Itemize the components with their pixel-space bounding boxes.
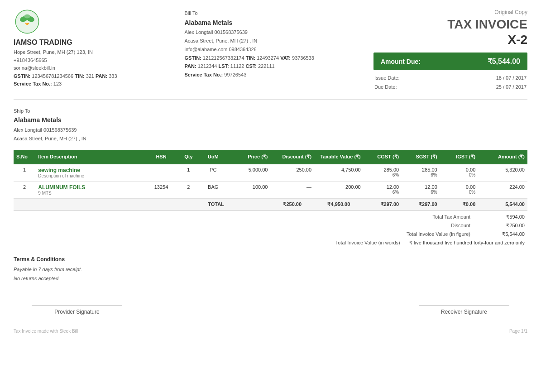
bill-to-pan: PAN: 1212344 LST: 11122 CST: 222111 [185, 62, 339, 71]
svg-point-3 [24, 14, 30, 19]
company-logo [14, 9, 41, 34]
total-amount: 5,544.00 [478, 198, 527, 210]
terms-line1: Payable in 7 days from receipt. [14, 265, 527, 274]
total-igst: ₹0.00 [440, 198, 479, 210]
bill-to-title: Bill To [185, 9, 339, 18]
footer-right: Page 1/1 [509, 329, 527, 334]
issue-date-value: 18 / 07 / 2017 [496, 74, 527, 83]
company-address: Hope Street, Pune, MH (27) 123, IN +9184… [14, 48, 149, 88]
item-desc: Description of machine [38, 173, 142, 178]
ship-to-title: Ship To [14, 107, 527, 115]
summary-words-row: Total Invoice Value (in words) ₹ five th… [14, 239, 527, 247]
footer: Tax Invoice made with Sleek Bill Page 1/… [14, 329, 527, 334]
receiver-signature-line [419, 306, 509, 306]
total-taxable: ₹4,950.00 [314, 198, 364, 210]
dates-section: Issue Date: Due Date: 18 / 07 / 2017 25 … [373, 74, 527, 92]
table-row: 2 ALUMINUM FOILS 9 MTS 13254 2 BAG 100.0… [14, 181, 527, 198]
summary-words-label: Total Invoice Value (in words) [16, 240, 409, 246]
total-discount: ₹250.00 [270, 198, 314, 210]
total-row: TOTAL ₹250.00 ₹4,950.00 ₹297.00 ₹297.00 … [14, 198, 527, 210]
col-discount: Discount (₹) [270, 150, 314, 164]
invoice-title: TAX INVOICE [373, 17, 527, 32]
col-uom: UoM [200, 150, 227, 164]
terms-section: Terms & Conditions Payable in 7 days fro… [14, 256, 527, 283]
bill-to-section: Bill To Alabama Metals Alex Longtail 001… [185, 9, 339, 79]
summary-tax-row: Total Tax Amount ₹594.00 [14, 213, 527, 221]
item-name: sewing machine [38, 167, 142, 173]
item-name: ALUMINUM FOILS [38, 184, 142, 191]
col-sgst: SGST (₹) [402, 150, 440, 164]
bill-to-company: Alabama Metals [185, 18, 339, 29]
ship-to-company: Alabama Metals [14, 115, 527, 126]
summary-discount-label: Discount [16, 223, 479, 229]
ship-to-section: Ship To Alabama Metals Alex Longtail 001… [14, 107, 527, 143]
company-name: IAMSO TRADING [14, 38, 149, 47]
summary-figure-value: ₹5,544.00 [479, 231, 525, 237]
ship-to-address: Acasa Street, Pune, MH (27) , IN [14, 134, 527, 143]
due-date-label: Due Date: [374, 83, 400, 92]
terms-line2: No returns accepted. [14, 274, 527, 283]
summary-tax-label: Total Tax Amount [16, 214, 479, 220]
amount-due-value: ₹5,544.00 [488, 57, 520, 66]
provider-signature-block: Provider Signature [32, 306, 122, 315]
provider-signature-label: Provider Signature [32, 309, 122, 315]
col-amount: Amount (₹) [478, 150, 527, 164]
bill-to-email: info@alabame.com 0984364326 [185, 45, 339, 54]
summary-section: Total Tax Amount ₹594.00 Discount ₹250.0… [14, 210, 527, 247]
bill-to-gstin: GSTIN: 121212567332174 TIN: 12493274 VAT… [185, 54, 339, 62]
terms-text: Payable in 7 days from receipt. No retur… [14, 265, 527, 283]
invoice-header: Original Copy TAX INVOICE X-2 Amount Due… [373, 9, 527, 92]
summary-figure-label: Total Invoice Value (in figure) [16, 231, 479, 237]
issue-date-label: Issue Date: [374, 74, 400, 83]
due-date-value: 25 / 07 / 2017 [496, 83, 527, 92]
receiver-signature-block: Receiver Signature [419, 306, 509, 315]
bill-to-service-tax: Service Tax No.: 99726543 [185, 71, 339, 79]
col-hsn: HSN [145, 150, 177, 164]
table-header-row: S.No Item Description HSN Qty UoM Price … [14, 150, 527, 164]
summary-tax-value: ₹594.00 [479, 214, 525, 220]
signature-section: Provider Signature Receiver Signature [14, 306, 527, 315]
amount-due-label: Amount Due: [381, 58, 421, 65]
ship-to-contact: Alex Longtail 001568375639 [14, 126, 527, 134]
bill-to-contact: Alex Longtail 001568375639 [185, 28, 339, 37]
summary-words-value: ₹ five thousand five hundred forty-four … [409, 240, 525, 246]
summary-figure-row: Total Invoice Value (in figure) ₹5,544.0… [14, 230, 527, 239]
table-row: 1 sewing machine Description of machine … [14, 164, 527, 182]
footer-left: Tax Invoice made with Sleek Bill [14, 329, 78, 334]
total-sgst: ₹297.00 [402, 198, 440, 210]
total-label: TOTAL [14, 198, 227, 210]
item-desc: 9 MTS [38, 191, 142, 196]
seller-info: IAMSO TRADING Hope Street, Pune, MH (27)… [14, 9, 149, 88]
col-qty: Qty [177, 150, 199, 164]
invoice-number: X-2 [373, 33, 527, 47]
receiver-signature-label: Receiver Signature [419, 309, 509, 315]
svg-point-4 [26, 23, 28, 25]
amount-due-box: Amount Due: ₹5,544.00 [373, 53, 527, 70]
terms-title: Terms & Conditions [14, 256, 527, 263]
col-cgst: CGST (₹) [364, 150, 402, 164]
col-item: Item Description [35, 150, 144, 164]
invoice-table: S.No Item Description HSN Qty UoM Price … [14, 150, 527, 210]
col-price: Price (₹) [227, 150, 271, 164]
svg-point-0 [15, 10, 38, 33]
col-igst: IGST (₹) [440, 150, 479, 164]
provider-signature-line [32, 306, 122, 306]
summary-discount-value: ₹250.00 [479, 223, 525, 229]
bill-to-address: Acasa Street, Pune, MH (27) , IN [185, 37, 339, 45]
original-copy-label: Original Copy [373, 9, 527, 15]
col-sno: S.No [14, 150, 35, 164]
summary-discount-row: Discount ₹250.00 [14, 221, 527, 230]
col-taxable-value: Taxable Value (₹) [314, 150, 364, 164]
total-cgst: ₹297.00 [364, 198, 402, 210]
